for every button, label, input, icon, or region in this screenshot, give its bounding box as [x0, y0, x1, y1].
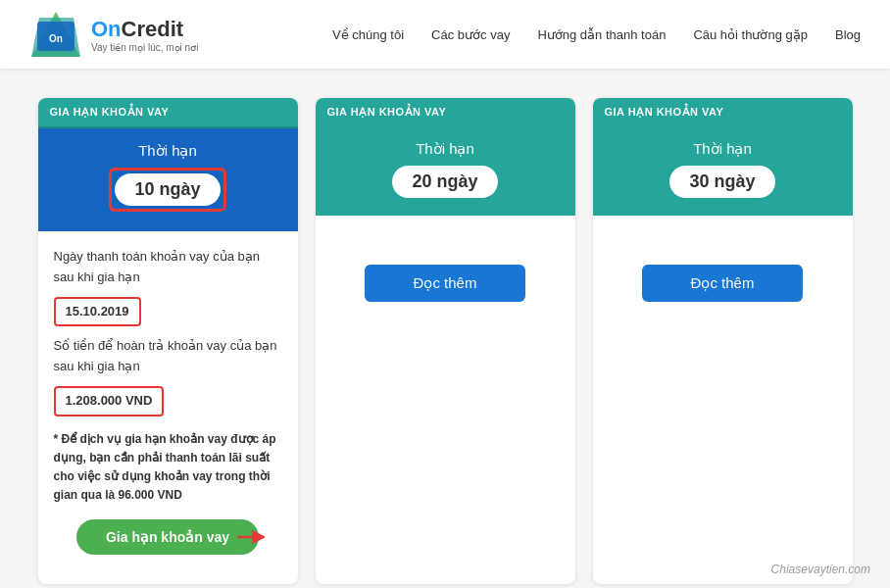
arrow-icon	[237, 526, 265, 548]
loan-card-3: GIA HẠN KHOẢN VAY Thời hạn 30 ngày Đọc t…	[593, 98, 853, 584]
loan-card-2: GIA HẠN KHOẢN VAY Thời hạn 20 ngày Đọc t…	[316, 98, 575, 584]
card-1-time-border: 10 ngày	[109, 168, 225, 212]
logo-on: On	[91, 17, 122, 41]
card-2-body: Đọc thêm	[316, 216, 575, 361]
card-1-time-value: 10 ngày	[115, 173, 220, 206]
card-1-time-label: Thời hạn	[138, 142, 197, 160]
nav-about[interactable]: Về chúng tôi	[332, 27, 404, 42]
card-1-body: Ngày thanh toán khoản vay của bạn sau kh…	[38, 231, 298, 584]
card-1-header: GIA HẠN KHOẢN VAY	[38, 98, 298, 128]
card-2-time-value: 20 ngày	[392, 166, 497, 198]
logo-icon: On	[29, 10, 83, 59]
logo: On OnCredit Vay tiền mọi lúc, mọi nơi	[29, 10, 198, 59]
logo-subtitle: Vay tiền mọi lúc, mọi nơi	[91, 42, 198, 53]
svg-text:On: On	[49, 33, 63, 44]
card-3-body: Đọc thêm	[593, 216, 853, 361]
card-2-top: Thời hạn 20 ngày	[316, 126, 575, 216]
card-3-header: GIA HẠN KHOẢN VAY	[593, 98, 853, 126]
nav-blog[interactable]: Blog	[835, 27, 861, 42]
read-more-button-2[interactable]: Đọc thêm	[365, 265, 524, 302]
card-1-amount-value: 1.208.000 VND	[54, 386, 165, 416]
loan-card-1: GIA HẠN KHOẢN VAY Thời hạn 10 ngày Ngày …	[38, 98, 298, 584]
nav-faq[interactable]: Câu hỏi thường gặp	[693, 27, 808, 42]
logo-credit: Credit	[122, 17, 184, 41]
card-3-time-value: 30 ngày	[669, 166, 774, 198]
main-nav: Về chúng tôi Các bước vay Hướng dẫn than…	[332, 27, 861, 42]
nav-steps[interactable]: Các bước vay	[431, 27, 510, 42]
card-1-top: Thời hạn 10 ngày	[38, 128, 298, 231]
logo-text: OnCredit Vay tiền mọi lúc, mọi nơi	[91, 17, 198, 53]
card-1-button-area: Gia hạn khoản vay	[54, 519, 282, 555]
card-1-info1: Ngày thanh toán khoản vay của bạn sau kh…	[54, 247, 282, 288]
watermark: Chiasevaytien.com	[771, 563, 870, 576]
card-2-header: GIA HẠN KHOẢN VAY	[316, 98, 575, 126]
extend-loan-button[interactable]: Gia hạn khoản vay	[76, 519, 259, 555]
card-1-note: * Để dịch vụ gia hạn khoản vay được áp d…	[54, 430, 282, 506]
header: On OnCredit Vay tiền mọi lúc, mọi nơi Về…	[0, 0, 890, 69]
logo-brand: OnCredit	[91, 17, 198, 42]
read-more-button-3[interactable]: Đọc thêm	[642, 265, 802, 302]
card-3-time-label: Thời hạn	[693, 140, 752, 158]
card-1-info2: Số tiền để hoàn trả khoản vay của bạn sa…	[54, 336, 282, 377]
nav-payment[interactable]: Hướng dẫn thanh toán	[537, 27, 666, 42]
card-3-top: Thời hạn 30 ngày	[593, 126, 853, 216]
card-1-date-value: 15.10.2019	[54, 297, 141, 327]
card-2-time-label: Thời hạn	[416, 140, 474, 158]
main-content: GIA HẠN KHOẢN VAY Thời hạn 10 ngày Ngày …	[0, 69, 890, 588]
